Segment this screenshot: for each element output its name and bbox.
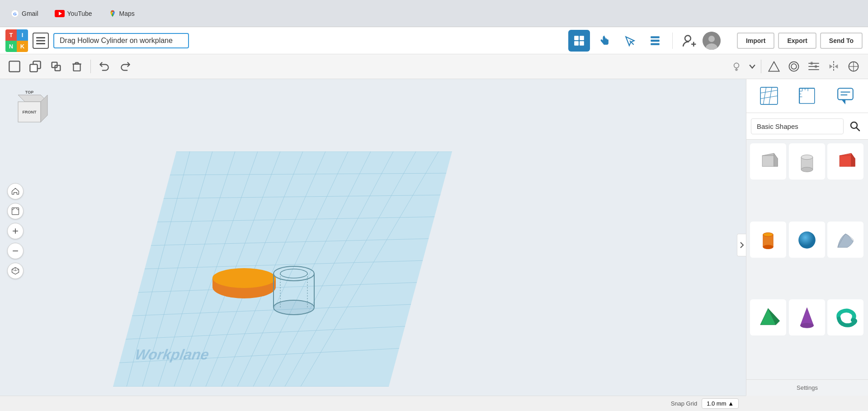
svg-marker-139 [800, 308, 813, 326]
box-shape-icon [755, 148, 782, 175]
shapes-grid [746, 140, 868, 379]
cylinder-orange-shape-item[interactable] [750, 222, 786, 258]
undo-btn[interactable] [95, 57, 113, 76]
pick-button[interactable] [619, 30, 641, 52]
redo-btn[interactable] [116, 57, 134, 76]
home-view-btn[interactable] [7, 183, 24, 199]
workplane-svg: Workplane [72, 147, 461, 391]
ruler-panel-btn[interactable] [796, 85, 818, 107]
shape-outline-btn[interactable] [765, 57, 783, 76]
grid-panel-btn[interactable] [758, 85, 780, 107]
svg-marker-121 [841, 99, 845, 104]
dropdown-btn[interactable] [747, 57, 757, 76]
view-cube-svg: TOP FRONT [9, 88, 50, 129]
logo-i: I [17, 29, 28, 41]
view-cube[interactable]: TOP FRONT [9, 88, 50, 129]
svg-point-134 [763, 245, 773, 249]
svg-point-87 [274, 300, 314, 315]
panel-icons-row [746, 79, 868, 113]
user-add-button[interactable] [679, 31, 699, 51]
bulb-btn[interactable] [727, 57, 745, 76]
collapse-panel-btn[interactable] [737, 234, 746, 256]
svg-point-31 [734, 63, 739, 68]
svg-rect-10 [580, 41, 584, 46]
shape-circle-btn[interactable] [785, 57, 803, 76]
hand-button[interactable] [594, 30, 615, 52]
youtube-bookmark[interactable]: YouTube [51, 8, 96, 19]
svg-rect-5 [36, 40, 45, 41]
mirror-btn[interactable] [825, 57, 843, 76]
grid-panel-icon [760, 86, 778, 105]
new-shape-btn[interactable] [5, 57, 24, 76]
align-btn[interactable] [805, 57, 823, 76]
shapes-dropdown[interactable]: Basic Shapes [751, 118, 844, 134]
wedge-shape-item[interactable] [827, 222, 863, 258]
layers-icon [649, 35, 661, 47]
search-shapes-btn[interactable] [846, 118, 863, 135]
import-button[interactable]: Import [737, 33, 775, 49]
svg-text:TOP: TOP [25, 90, 33, 94]
svg-line-123 [857, 128, 860, 131]
right-panel: Basic Shapes [746, 79, 868, 396]
sphere-shape-icon [793, 226, 821, 253]
box-shape-item[interactable] [750, 143, 786, 180]
export-button[interactable]: Export [778, 33, 816, 49]
svg-point-128 [801, 167, 813, 172]
svg-marker-132 [851, 153, 855, 166]
snap-grid-value[interactable]: 1.0 mm ▲ [702, 398, 739, 409]
bottom-bar: Snap Grid 1.0 mm ▲ [0, 396, 746, 411]
maps-label: Maps [119, 10, 135, 17]
wedge-shape-icon [832, 226, 859, 253]
svg-line-107 [764, 87, 766, 104]
svg-point-140 [800, 323, 813, 328]
fit-view-btn[interactable] [7, 203, 24, 219]
cylinder-shape-item[interactable] [789, 143, 825, 180]
pyramid-shape-icon [755, 304, 782, 331]
copy-icon [29, 60, 42, 73]
viewport[interactable]: TOP FRONT [0, 79, 746, 396]
home-icon [11, 187, 20, 196]
torus-shape-item[interactable] [827, 299, 863, 335]
logo-t: T [5, 29, 17, 41]
grid-view-icon [573, 35, 585, 47]
zoom-out-btn[interactable] [7, 243, 24, 259]
menu-button[interactable] [33, 33, 49, 49]
group-icon [847, 60, 860, 73]
toolbar-separator-2 [761, 60, 761, 73]
zoom-in-btn[interactable] [7, 223, 24, 239]
mirror-icon [827, 60, 840, 73]
grid-view-button[interactable] [568, 30, 590, 52]
svg-rect-109 [800, 88, 815, 104]
svg-text:FRONT: FRONT [23, 110, 37, 114]
cone-shape-item[interactable] [789, 299, 825, 335]
avatar[interactable] [703, 32, 721, 50]
svg-rect-42 [815, 65, 817, 68]
pyramid-shape-item[interactable] [750, 299, 786, 335]
svg-rect-6 [36, 43, 45, 44]
layers-button[interactable] [644, 30, 666, 52]
group-btn[interactable] [844, 57, 863, 76]
shape-circle-icon [788, 60, 800, 73]
maps-bookmark[interactable]: Maps [105, 8, 138, 19]
design-name-input[interactable] [53, 33, 189, 48]
workplane: Workplane [72, 147, 461, 393]
tinkercad-logo[interactable]: T I N K [5, 29, 28, 52]
pick-icon [624, 35, 636, 47]
svg-point-135 [763, 232, 773, 236]
gmail-bookmark[interactable]: G Gmail [7, 8, 42, 19]
sphere-shape-item[interactable] [789, 222, 825, 258]
delete-btn[interactable] [68, 57, 86, 76]
svg-line-108 [769, 87, 772, 104]
copy-btn[interactable] [26, 57, 44, 76]
duplicate-btn[interactable] [47, 57, 65, 76]
app-bar-right: Import Export Send To [568, 30, 863, 52]
chat-panel-btn[interactable] [834, 85, 857, 107]
box-red-shape-item[interactable] [827, 143, 863, 180]
settings-label: Settings [797, 384, 818, 391]
svg-rect-9 [574, 41, 579, 46]
send-to-button[interactable]: Send To [820, 33, 863, 49]
svg-point-36 [789, 62, 799, 71]
cylinder-shape-icon [793, 148, 821, 175]
settings-bar[interactable]: Settings [746, 379, 868, 396]
isometric-btn[interactable] [7, 263, 24, 279]
